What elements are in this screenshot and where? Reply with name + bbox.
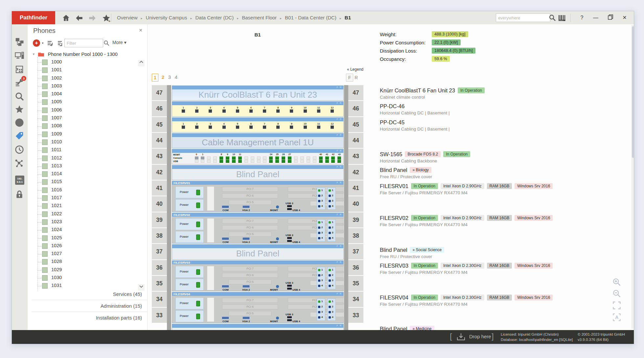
device-title[interactable]: FILESRV01 — [380, 183, 408, 189]
tree-item[interactable]: 1027 — [28, 250, 139, 258]
switch-port[interactable]: 24 — [268, 153, 274, 163]
rack-device-big[interactable]: F RBlind Panel — [172, 165, 344, 180]
panel-close-icon[interactable]: ✕ — [139, 28, 143, 33]
rear-view-button[interactable]: R — [355, 74, 358, 82]
tree-item[interactable]: 1003 — [28, 83, 139, 90]
patch-port[interactable]: 12 — [330, 106, 335, 116]
power-supply[interactable]: Power — [175, 231, 204, 243]
tree-item[interactable]: 1000 — [28, 59, 139, 66]
legend-toggle[interactable]: « Legend — [324, 67, 363, 72]
rack-device-patch[interactable]: F R123456789101112 — [172, 101, 344, 116]
switch-port[interactable]: 11 — [237, 153, 242, 163]
patch-port[interactable]: 5 — [235, 106, 240, 116]
rack-device-strip[interactable]: F R — [172, 324, 344, 330]
patch-port[interactable]: 6 — [248, 122, 254, 132]
favorites-star-icon[interactable] — [14, 105, 25, 115]
more-menu-button[interactable]: More ▾ — [112, 40, 126, 45]
tree-item[interactable]: 1015 — [28, 178, 139, 186]
tasks-tools-icon[interactable]: 3 — [14, 78, 25, 88]
rack-device-switch[interactable]: F RMGMTConsoleUSB01891011242526274041424… — [172, 149, 344, 164]
switch-port[interactable] — [293, 153, 299, 163]
device-entry[interactable]: FILESRV01In OperationIntel Xeon D 2.90GH… — [380, 183, 570, 195]
device-entry[interactable]: FILESRV03In OperationIntel Xeon D 2.30GH… — [380, 263, 570, 275]
rack-device-big[interactable]: F RKnürr CoolBlastT 6 Fan Unit 23 — [172, 85, 344, 101]
switch-port[interactable]: 9 — [225, 153, 230, 163]
power-supply[interactable]: Power — [175, 218, 204, 230]
device-title[interactable]: PP-DC-46 — [380, 103, 404, 109]
tree-scroll-up[interactable] — [138, 60, 145, 66]
hardware-icon[interactable] — [14, 51, 25, 61]
filter-search-icon[interactable] — [103, 40, 110, 46]
history-clock-icon[interactable] — [14, 145, 25, 155]
switch-port[interactable] — [206, 153, 212, 163]
switch-port[interactable]: 10 — [231, 153, 236, 163]
patch-port[interactable]: 9 — [289, 106, 294, 116]
rack-device-server[interactable]: FILESRV03F RPowerPowerPCI 7PCI 6PCI 5PCI… — [172, 260, 344, 292]
switch-port[interactable]: 41 — [324, 153, 330, 163]
device-entry[interactable]: SW-1565Brocade FOS 8.2In OperationHorizo… — [380, 151, 570, 163]
device-entry[interactable]: Blind Panel» BiologyFree RU / Protective… — [380, 167, 570, 179]
switch-port[interactable] — [243, 153, 249, 163]
tree-item[interactable]: 1001 — [28, 66, 139, 74]
zoom-out-icon[interactable] — [612, 289, 621, 298]
collapse-all-icon[interactable] — [56, 39, 64, 47]
device-entry[interactable]: Blind Panel» Medicine — [380, 326, 570, 330]
restore-button[interactable] — [607, 14, 614, 22]
patch-port[interactable]: 5 — [235, 122, 240, 132]
search-icon[interactable] — [548, 14, 557, 22]
patch-port[interactable]: 8 — [275, 106, 281, 116]
switch-port[interactable]: 26 — [281, 153, 286, 163]
switch-port[interactable]: 42 — [331, 153, 336, 163]
patch-port[interactable]: 2 — [194, 106, 199, 116]
patch-port[interactable]: 11 — [316, 106, 321, 116]
floorplan-icon[interactable] — [14, 64, 25, 75]
device-entry[interactable]: FILESRV02In OperationIntel Xeon D 2.90GH… — [380, 215, 570, 227]
power-supply[interactable]: Power — [175, 199, 204, 211]
tree-item[interactable]: 1004 — [28, 90, 139, 98]
patch-port[interactable]: 1 — [181, 122, 186, 132]
section-header[interactable]: Services (45) — [113, 291, 142, 297]
barcode-scan-icon[interactable]: 1 2 8 1 1 — [558, 14, 566, 23]
tree-collapse-icon[interactable]: ▼ — [32, 53, 35, 56]
tree-item[interactable]: 1016 — [28, 186, 139, 194]
rack-device-big[interactable]: F RBlind Panel — [172, 244, 344, 259]
tree-item[interactable]: 1029 — [28, 266, 139, 274]
rack-device-patch[interactable]: F R123456789101112 — [172, 117, 344, 132]
patch-port[interactable]: 4 — [221, 122, 227, 132]
patch-port[interactable]: 10 — [303, 122, 308, 132]
power-supply[interactable]: Power — [175, 279, 204, 291]
tree-item[interactable]: 1024 — [28, 226, 139, 234]
tree-scroll-down[interactable] — [138, 284, 145, 291]
patch-port[interactable]: 3 — [208, 122, 213, 132]
back-icon[interactable] — [75, 14, 83, 22]
switch-port[interactable] — [306, 153, 311, 163]
explorer-tree-icon[interactable] — [14, 37, 25, 47]
rack-config-tab[interactable]: 3 — [168, 74, 172, 81]
breadcrumb-item[interactable]: B1 — [345, 15, 351, 20]
switch-port[interactable] — [262, 153, 267, 163]
search-module-icon[interactable] — [14, 91, 25, 102]
power-supply[interactable]: Power — [175, 266, 204, 278]
forward-icon[interactable] — [88, 14, 97, 22]
tree-item[interactable]: 1010 — [28, 138, 139, 146]
tree-item[interactable]: 1023 — [28, 218, 139, 226]
breadcrumb-item[interactable]: Overview — [117, 15, 138, 20]
tree-item[interactable]: 1013 — [28, 162, 139, 170]
zoom-fit-icon[interactable] — [612, 301, 621, 310]
tree-item[interactable]: 1028 — [28, 258, 139, 266]
tree-item[interactable]: 1021 — [28, 202, 139, 210]
device-title[interactable]: Blind Panel — [380, 247, 407, 253]
tree-item[interactable]: 1017 — [28, 194, 139, 202]
tree-item[interactable]: 1026 — [28, 242, 139, 250]
switch-port[interactable] — [213, 153, 218, 163]
tree-item[interactable]: 1002 — [28, 75, 139, 83]
tags-icon[interactable] — [14, 131, 25, 141]
expand-all-icon[interactable] — [47, 39, 55, 47]
switch-port[interactable]: 1 — [200, 153, 205, 163]
add-caret-icon[interactable]: ▼ — [41, 42, 44, 45]
patch-port[interactable]: 6 — [248, 106, 254, 116]
topology-icon[interactable] — [14, 158, 25, 169]
tree-item[interactable]: 1009 — [28, 131, 139, 138]
breadcrumb-item[interactable]: B01 - Data Center (DC) — [285, 15, 336, 20]
filter-input[interactable] — [64, 39, 103, 47]
